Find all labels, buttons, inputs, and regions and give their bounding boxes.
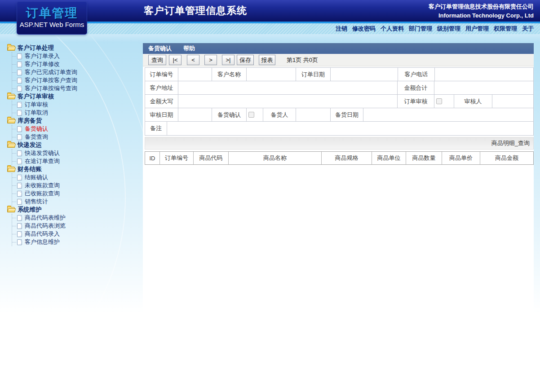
sidebar-item[interactable]: 商品代码表维护 (12, 214, 140, 222)
order-date-label: 订单日期 (296, 68, 331, 81)
topnav-link[interactable]: 级别管理 (437, 25, 460, 33)
customer-address-input[interactable] (178, 81, 398, 94)
menu-bar: 备货确认帮助 (143, 43, 534, 54)
amount-total-input[interactable] (434, 81, 533, 94)
sidebar-group[interactable]: 库房备货 (7, 117, 140, 125)
toolbar-button[interactable]: 保存 (237, 55, 254, 65)
company-block: 客户订单管理信息技术股份有限责任公司 Information Technolog… (429, 2, 534, 20)
sidebar-item-label: 未收账款查询 (25, 181, 60, 189)
auditor-input[interactable] (492, 95, 533, 108)
document-icon (17, 53, 22, 59)
sidebar-group-items: 商品代码表维护商品代码表浏览商品代码录入客户信息维护 (12, 214, 140, 246)
topnav-link[interactable]: 权限管理 (494, 25, 517, 33)
topnav-link[interactable]: 注销 (336, 25, 347, 33)
stock-confirm-label: 备货确认 (212, 108, 247, 121)
stock-date-input[interactable] (363, 108, 533, 121)
sidebar-item[interactable]: 销售统计 (12, 198, 140, 206)
sidebar-item[interactable]: 客户信息维护 (12, 238, 140, 246)
sidebar-item[interactable]: 备货查询 (12, 133, 140, 141)
sidebar-item[interactable]: 结账确认 (12, 173, 140, 181)
sidebar-item[interactable]: 订单审核 (12, 101, 140, 109)
items-column-header: ID (145, 152, 160, 164)
sidebar-item[interactable]: 订单取消 (12, 109, 140, 117)
sidebar-item[interactable]: 商品代码录入 (12, 230, 140, 238)
document-icon (17, 62, 22, 67)
audit-date-input[interactable] (178, 108, 212, 121)
folder-icon (7, 45, 15, 51)
topnav-link[interactable]: 关于 (522, 25, 534, 33)
stock-confirm-checkbox[interactable] (248, 112, 254, 118)
menubar-item[interactable]: 帮助 (183, 44, 195, 53)
page-info: 第1页 共0页 (287, 56, 318, 64)
sidebar-item[interactable]: 备货确认 (12, 125, 140, 133)
sidebar-group[interactable]: 快递发运 (7, 141, 140, 149)
remark-input[interactable] (167, 122, 533, 135)
customer-name-input[interactable] (247, 68, 296, 81)
document-icon (17, 134, 22, 140)
sidebar-group-items: 订单审核订单取消 (12, 101, 140, 117)
sidebar-group-label: 财务结账 (18, 165, 42, 173)
menubar-item[interactable]: 备货确认 (148, 44, 172, 53)
sidebar-item[interactable]: 客户订单按编号查询 (12, 84, 140, 92)
items-column-header: 订单编号 (160, 152, 194, 164)
remark-label: 备注 (145, 122, 167, 135)
toolbar-button[interactable]: < (187, 55, 199, 65)
items-column-header: 商品单价 (442, 152, 480, 164)
topnav-link[interactable]: 部门管理 (409, 25, 432, 33)
sidebar-item-label: 客户已完成订单查询 (25, 68, 77, 76)
sidebar-item-label: 订单取消 (25, 109, 48, 117)
items-column-header: 商品金额 (480, 152, 533, 164)
sidebar-item-label: 备货查询 (25, 133, 48, 141)
toolbar-button[interactable]: >| (222, 55, 235, 65)
document-icon (17, 78, 22, 84)
stock-person-input[interactable] (296, 108, 331, 121)
sidebar-group-label: 库房备货 (18, 117, 42, 125)
sidebar-group-label: 快递发运 (18, 141, 42, 149)
topnav-link[interactable]: 个人资料 (381, 25, 404, 33)
items-column-header: 商品单位 (372, 152, 406, 164)
sidebar-item[interactable]: 客户订单按客户查询 (12, 76, 140, 84)
sidebar-item[interactable]: 客户已完成订单查询 (12, 68, 140, 76)
amount-words-input[interactable] (178, 95, 398, 108)
order-audit-checkbox[interactable] (436, 98, 442, 104)
form-row: 审核日期 备货确认 备货人 备货日期 (145, 108, 533, 122)
app-screen: 注销修改密码个人资料部门管理级别管理用户管理权限管理关于 客户订单管理信息系统 … (0, 0, 540, 392)
order-no-input[interactable] (178, 68, 212, 81)
folder-icon (7, 207, 15, 212)
header-fade (0, 34, 540, 42)
company-name-cn: 客户订单管理信息技术股份有限责任公司 (429, 2, 534, 11)
page-title: 客户订单管理信息系统 (144, 0, 247, 22)
sidebar-group[interactable]: 系统维护 (7, 206, 140, 214)
folder-icon (7, 142, 15, 148)
topnav-link[interactable]: 修改密码 (352, 25, 376, 33)
customer-address-label: 客户地址 (145, 81, 178, 94)
toolbar-button[interactable]: 报表 (259, 55, 275, 65)
toolbar-button[interactable]: 查询 (148, 55, 166, 65)
sidebar-item[interactable]: 已收账款查询 (12, 189, 140, 198)
toolbar-button[interactable]: > (204, 55, 217, 65)
form-row: 备注 (145, 122, 533, 135)
form-row: 客户地址 金额合计 (145, 81, 533, 95)
sidebar-item[interactable]: 快递发货确认 (12, 149, 140, 157)
sidebar-group[interactable]: 客户订单处理 (7, 44, 140, 52)
order-date-input[interactable] (331, 68, 398, 81)
sidebar-item[interactable]: 未收账款查询 (12, 181, 140, 189)
sidebar-group[interactable]: 财务结账 (7, 165, 140, 173)
sidebar-tree: 客户订单处理客户订单录入客户订单修改客户已完成订单查询客户订单按客户查询客户订单… (7, 44, 140, 246)
sidebar-item[interactable]: 客户订单修改 (12, 60, 140, 68)
customer-phone-input[interactable] (435, 68, 533, 81)
topnav-link[interactable]: 用户管理 (465, 25, 489, 33)
detail-band: 商品明细_查询 (145, 137, 534, 150)
document-icon (17, 231, 22, 237)
sidebar-item[interactable]: 客户订单录入 (12, 52, 140, 60)
document-icon (17, 102, 22, 108)
customer-name-label: 客户名称 (212, 68, 247, 81)
sidebar-group[interactable]: 客户订单审核 (7, 92, 140, 101)
sidebar-group-items: 客户订单录入客户订单修改客户已完成订单查询客户订单按客户查询客户订单按编号查询 (12, 52, 140, 92)
sidebar-item-label: 结账确认 (25, 173, 48, 181)
toolbar-button[interactable]: |< (169, 55, 181, 65)
sidebar-item[interactable]: 商品代码表浏览 (12, 222, 140, 230)
sidebar-item[interactable]: 在途订单查询 (12, 157, 140, 165)
product-detail-query-link[interactable]: 商品明细_查询 (491, 139, 530, 147)
sidebar-item-label: 在途订单查询 (25, 157, 60, 165)
